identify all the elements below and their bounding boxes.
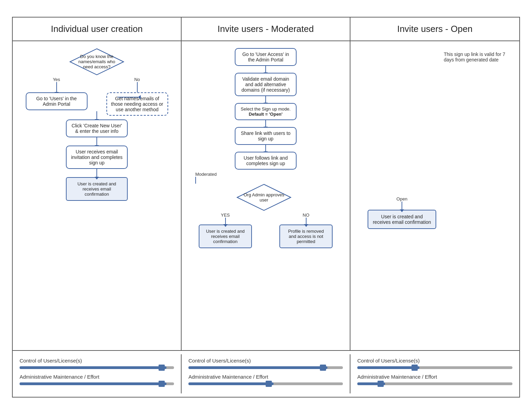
footer-col1-admin-label: Administrative Maintenance / Effort [20,374,174,380]
col2-flow: Go to 'User Access' in the Admin Portal … [185,48,346,248]
footer-col1: Control of Users/License(s) Administrati… [13,354,182,393]
col2-box-share-link: Share link with users to sign up [235,127,297,145]
header-row: Individual user creation Invite users - … [13,18,519,41]
footer-col2-admin-fill [188,382,274,385]
col2-no-label: NO [303,212,310,218]
col1-arrow4 [96,169,97,177]
col2-box-user-follows: User follows link and completes sign up [235,152,297,170]
col1-terminal: User is created and receives email confi… [66,177,128,201]
footer-col3-admin-track[interactable] [357,382,512,385]
col1-box-go-users: Go to 'Users' in the Admin Portal [26,92,88,110]
col1-yes-arrow [56,82,57,92]
col1-yes-label: Yes [53,77,60,82]
content-row: Do you know the names/emails who need ac… [13,41,519,350]
col2-arrow2 [265,96,266,103]
col3-terminal: User is created and receives email confi… [368,210,436,229]
footer-col3-control-thumb[interactable] [412,365,418,371]
col1: Do you know the names/emails who need ac… [13,41,182,350]
footer-col2: Control of Users/License(s) Administrati… [182,354,350,393]
col2-arrow4 [265,145,266,152]
header-col3: Invite users - Open [350,18,519,41]
footer-col3: Control of Users/License(s) Administrati… [350,354,519,393]
col1-box-get-names: Get names/emails of those needing access… [106,92,168,116]
col3-note: This sign up link is valid for 7 days fr… [444,51,512,62]
header-col1: Individual user creation [13,18,182,41]
footer-col1-control-fill [20,366,166,369]
col1-arrow3 [96,137,97,146]
footer-row: Control of Users/License(s) Administrati… [13,350,519,397]
footer-col3-admin-label: Administrative Maintenance / Effort [357,374,512,380]
col2-moderated-label: Moderated [195,172,217,177]
col1-no-label: No [134,77,140,82]
footer-col1-admin-thumb[interactable] [159,381,165,387]
col1-box-email-invite: User receives email invitation and compl… [66,146,128,169]
col2-arrow3 [265,120,266,127]
col1-box-create: Click 'Create New User' & enter the user… [66,119,128,137]
col1-diamond: Do you know the names/emails who need ac… [69,48,124,76]
footer-col3-control-track[interactable] [357,366,512,369]
footer-col2-control-track[interactable] [188,366,343,369]
col2-moderated-arrow [195,177,196,184]
footer-col3-control-label: Control of Users/License(s) [357,358,512,364]
footer-col2-control-fill [188,366,327,369]
col1-no-vline [137,82,138,92]
col2-diamond: Org Admin approves user [236,184,291,211]
col1-arrow2 [96,111,97,119]
footer-col1-control-track[interactable] [20,366,174,369]
col2: Go to 'User Access' in the Admin Portal … [182,41,350,350]
footer-col3-admin-thumb[interactable] [378,381,384,387]
col3: This sign up link is valid for 7 days fr… [350,41,519,350]
col2-box-validate: Validate email domain and add alternativ… [235,73,297,96]
footer-col2-admin-label: Administrative Maintenance / Effort [188,374,343,380]
footer-col1-admin-fill [20,382,166,385]
footer-col1-control-thumb[interactable] [159,365,165,371]
col2-arrow1 [265,66,266,73]
header-col2: Invite users - Moderated [182,18,350,41]
footer-col1-control-label: Control of Users/License(s) [20,358,174,364]
col2-diamond-text: Org Admin approves user [236,192,291,203]
col2-terminal-yes: User is created and receives email confi… [199,225,252,248]
col1-flow: Do you know the names/emails who need ac… [16,48,177,201]
footer-col2-control-thumb[interactable] [320,365,326,371]
col2-terminal-no: Profile is removed and access is not per… [279,225,333,248]
footer-col1-admin-track[interactable] [20,382,174,385]
col1-diamond-text: Do you know the names/emails who need ac… [69,54,124,69]
col2-box-select-mode: Select the Sign up mode.Default = 'Open' [235,103,297,120]
footer-col2-admin-track[interactable] [188,382,343,385]
footer-col3-control-fill [357,366,419,369]
col2-yes-label: YES [221,212,230,218]
diagram-wrapper: Individual user creation Invite users - … [12,17,520,398]
footer-col2-admin-thumb[interactable] [266,381,272,387]
col3-open-label: Open [396,196,407,202]
col2-box-admin-portal: Go to 'User Access' in the Admin Portal [235,48,297,66]
footer-col2-control-label: Control of Users/License(s) [188,358,343,364]
